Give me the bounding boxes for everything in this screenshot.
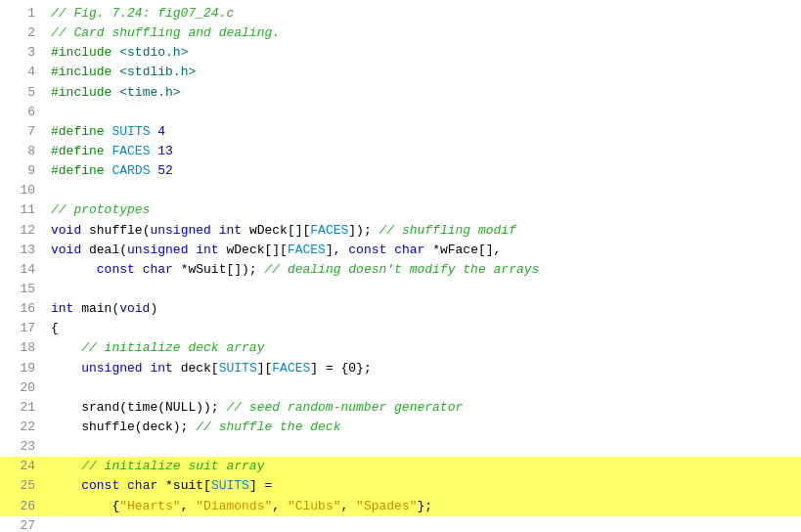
line-number: 7 — [8, 122, 35, 142]
kw-token: const — [81, 478, 119, 493]
plain-token — [51, 262, 97, 277]
plain-token: deck[ — [173, 361, 219, 376]
line-content: // initialize deck array — [51, 338, 793, 358]
plain-token: wDeck[][ — [242, 223, 310, 238]
plain-token — [51, 340, 81, 355]
line-number: 23 — [8, 437, 35, 457]
line-number: 14 — [8, 260, 35, 280]
kw-token: void — [51, 243, 81, 257]
code-line: 11// prototypes — [0, 200, 801, 220]
kw-token: const — [97, 262, 135, 277]
line-content: shuffle(deck); // shuffle the deck — [51, 418, 793, 437]
line-number: 11 — [8, 200, 35, 220]
line-number: 16 — [8, 299, 35, 319]
cm-token: // seed random-number generator — [226, 400, 463, 415]
cm-token: // Fig. 7.24: fig07_24.c — [51, 6, 234, 21]
code-line: 12void shuffle(unsigned int wDeck[][FACE… — [0, 221, 801, 241]
line-content — [51, 103, 793, 122]
line-content — [51, 516, 793, 532]
plain-token — [135, 262, 143, 277]
plain-token: ) — [150, 301, 157, 316]
pp-token: #define — [51, 163, 105, 178]
plain-token: ][ — [257, 361, 273, 376]
code-line: 10 — [0, 181, 801, 200]
plain-token: *suit[ — [157, 478, 211, 493]
plain-token: ] = — [249, 478, 272, 493]
code-line: 5#include <time.h> — [0, 83, 801, 103]
macro-token: FACES — [272, 361, 310, 376]
pp-token: #include — [51, 65, 111, 79]
code-line: 1// Fig. 7.24: fig07_24.c — [0, 4, 801, 23]
plain-token: ] = {0}; — [310, 361, 371, 376]
line-content: #include <time.h> — [51, 83, 793, 103]
str-token: "Spades" — [356, 499, 417, 513]
line-number: 1 — [8, 4, 35, 23]
line-number: 25 — [8, 476, 35, 496]
plain-token — [51, 361, 81, 376]
line-number: 6 — [8, 103, 35, 122]
code-line: 18 // initialize deck array — [0, 338, 801, 358]
line-content — [51, 437, 793, 457]
cm-token: // shuffle the deck — [196, 420, 340, 434]
kw-token: int — [196, 243, 218, 257]
line-number: 26 — [8, 497, 35, 516]
line-content — [51, 378, 793, 398]
hdr-token: <time.h> — [119, 85, 180, 100]
line-number: 17 — [8, 319, 35, 338]
code-line: 13void deal(unsigned int wDeck[][FACES],… — [0, 241, 801, 260]
plain-token: shuffle(deck); — [51, 420, 196, 434]
line-number: 10 — [8, 181, 35, 200]
cm-token: // initialize deck array — [81, 340, 264, 355]
line-number: 22 — [8, 418, 35, 437]
line-content: // Card shuffling and dealing. — [51, 23, 793, 43]
code-line: 14 const char *wSuit[]); // dealing does… — [0, 260, 801, 280]
kw-token: int — [51, 301, 73, 316]
kw-token: void — [51, 223, 81, 238]
plain-token: *wSuit[]); — [173, 262, 265, 277]
plain-token — [211, 223, 219, 238]
line-number: 12 — [8, 221, 35, 241]
macro-token: SUITS — [211, 478, 249, 493]
plain-token: , — [340, 499, 356, 513]
macro-token: CARDS — [111, 163, 150, 178]
code-line: 3#include <stdio.h> — [0, 43, 801, 63]
cm-token: // initialize suit array — [81, 459, 264, 473]
line-content: unsigned int deck[SUITS][FACES] = {0}; — [51, 359, 793, 378]
line-number: 19 — [8, 359, 35, 378]
plain-token: wDeck[][ — [219, 243, 288, 257]
cm-token: // prototypes — [51, 202, 150, 217]
code-line: 21 srand(time(NULL)); // seed random-num… — [0, 398, 801, 418]
plain-token: *wFace[], — [424, 243, 501, 257]
kw-token: char — [143, 262, 173, 277]
kw-token: int — [219, 223, 242, 238]
kw-token: unsigned — [81, 361, 142, 376]
plain-token: main( — [73, 301, 119, 316]
line-number: 27 — [8, 516, 35, 532]
kw-token: int — [150, 361, 172, 376]
line-content: #include <stdio.h> — [51, 43, 793, 63]
pp-token: #include — [51, 45, 111, 60]
macro-token: FACES — [310, 223, 348, 238]
hdr-token: <stdio.h> — [119, 45, 188, 60]
num-token: 13 — [157, 144, 173, 158]
line-number: 4 — [8, 63, 35, 82]
code-line: 20 — [0, 378, 801, 398]
plain-token — [386, 243, 394, 257]
code-line: 8#define FACES 13 — [0, 142, 801, 161]
macro-token: SUITS — [111, 124, 150, 139]
line-content: #define SUITS 4 — [51, 122, 793, 142]
kw-token: unsigned — [150, 223, 210, 238]
line-number: 21 — [8, 398, 35, 418]
line-content: void deal(unsigned int wDeck[][FACES], c… — [51, 241, 793, 260]
plain-token: deal( — [81, 243, 127, 257]
line-number: 9 — [8, 161, 35, 181]
plain-token: }; — [418, 499, 433, 513]
kw-token: const — [348, 243, 386, 257]
line-content: { — [51, 319, 793, 338]
plain-token — [119, 478, 127, 493]
hdr-token: <stdlib.h> — [119, 65, 196, 79]
plain-token: ], — [326, 243, 348, 257]
pp-token: #include — [51, 85, 111, 100]
line-number: 20 — [8, 378, 35, 398]
line-content — [51, 280, 793, 299]
